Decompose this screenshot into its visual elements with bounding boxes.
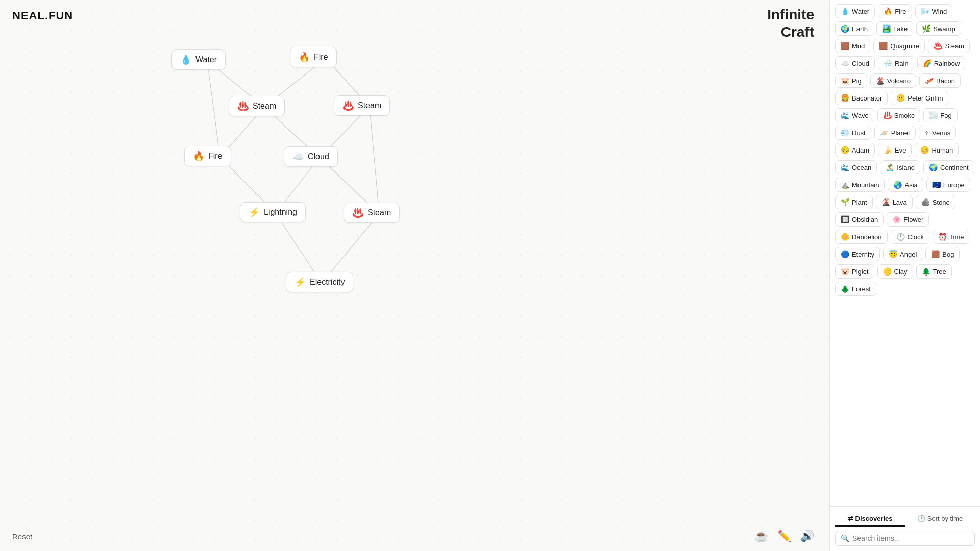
- sidebar-item-dandelion[interactable]: 🌼Dandelion: [835, 230, 888, 244]
- sidebar-label-eve: Eve: [895, 146, 906, 154]
- sidebar-item-cloud[interactable]: ☁️Cloud: [835, 56, 875, 70]
- sidebar-item-human[interactable]: 😊Human: [915, 143, 959, 157]
- sidebar-item-eve[interactable]: 🍌Eve: [878, 143, 912, 157]
- craft-card-electricity-card[interactable]: ⚡Electricity: [286, 272, 353, 292]
- card-emoji-fire-card-2: 🔥: [193, 151, 204, 162]
- sidebar-label-wave: Wave: [852, 112, 869, 119]
- sidebar-emoji-lake: 🏞️: [882, 24, 891, 33]
- sidebar-item-forest[interactable]: 🌲Forest: [835, 282, 876, 296]
- brush-icon[interactable]: ✏️: [777, 530, 791, 543]
- sidebar-emoji-quagmire: 🟫: [879, 42, 888, 50]
- sidebar-item-venus[interactable]: ♀️Venus: [919, 126, 957, 140]
- sidebar-item-obsidian[interactable]: 🔲Obsidian: [835, 212, 884, 227]
- sidebar-item-steam[interactable]: ♨️Steam: [928, 39, 970, 53]
- sidebar-emoji-plant: 🌱: [841, 198, 849, 206]
- sidebar-item-angel[interactable]: 😇Angel: [883, 247, 922, 261]
- sidebar-tab-sort-by-time[interactable]: 🕐Sort by time: [905, 512, 975, 527]
- card-emoji-water-card: 💧: [180, 54, 191, 65]
- craft-card-water-card[interactable]: 💧Water: [172, 49, 226, 70]
- sidebar-item-water[interactable]: 💧Water: [835, 4, 875, 18]
- sidebar-item-bacon[interactable]: 🥓Bacon: [919, 73, 961, 88]
- sidebar-item-fog[interactable]: 🌫️Fog: [923, 108, 957, 122]
- sidebar-item-planet[interactable]: 🪐Planet: [874, 126, 916, 140]
- craft-card-fire-card[interactable]: 🔥Fire: [290, 47, 337, 67]
- sidebar-label-fire: Fire: [895, 8, 906, 15]
- sidebar-item-clock[interactable]: 🕐Clock: [891, 230, 930, 244]
- card-label-steam-card-1: Steam: [253, 102, 276, 111]
- sidebar-item-island[interactable]: 🏝️Island: [880, 160, 920, 174]
- sidebar-item-wind[interactable]: 🌬️Wind: [915, 4, 953, 18]
- sidebar-item-earth[interactable]: 🌍Earth: [835, 21, 873, 36]
- sidebar-item-quagmire[interactable]: 🟫Quagmire: [873, 39, 925, 53]
- sidebar-item-clay[interactable]: 🟡Clay: [877, 264, 913, 279]
- sidebar-item-plant[interactable]: 🌱Plant: [835, 195, 873, 209]
- sidebar-item-rainbow[interactable]: 🌈Rainbow: [917, 56, 966, 70]
- connections-svg: [0, 0, 829, 551]
- card-label-fire-card-2: Fire: [208, 152, 223, 161]
- sidebar-label-earth: Earth: [852, 25, 868, 33]
- sidebar-label-wind: Wind: [932, 8, 947, 15]
- sidebar-item-dust[interactable]: 💨Dust: [835, 126, 871, 140]
- sound-icon[interactable]: 🔊: [800, 530, 814, 543]
- craft-card-lightning-card[interactable]: ⚡Lightning: [240, 202, 306, 222]
- sidebar-item-ocean[interactable]: 🌊Ocean: [835, 160, 877, 174]
- sidebar-label-forest: Forest: [852, 285, 871, 293]
- card-label-electricity-card: Electricity: [310, 278, 345, 287]
- sidebar-item-eternity[interactable]: 🔵Eternity: [835, 247, 880, 261]
- canvas-area[interactable]: NEAL.FUN InfiniteCraft Reset ☕ ✏️ 🔊 💧Wat…: [0, 0, 829, 551]
- sidebar-item-mountain[interactable]: ⛰️Mountain: [835, 178, 885, 192]
- card-label-steam-card-3: Steam: [368, 208, 391, 217]
- sidebar-item-baconator[interactable]: 🍔Baconator: [835, 91, 888, 105]
- sidebar-label-human: Human: [932, 146, 953, 154]
- sidebar-emoji-wind: 🌬️: [921, 7, 929, 15]
- sidebar-item-fire[interactable]: 🔥Fire: [878, 4, 912, 18]
- sidebar-item-tree[interactable]: 🌲Tree: [916, 264, 952, 279]
- sidebar-emoji-forest: 🌲: [841, 285, 849, 293]
- coffee-icon[interactable]: ☕: [754, 530, 768, 543]
- sidebar-emoji-angel: 😇: [889, 250, 897, 258]
- sidebar-item-continent[interactable]: 🌍Continent: [923, 160, 974, 174]
- sidebar-emoji-continent: 🌍: [929, 163, 938, 171]
- sidebar-item-lava[interactable]: 🌋Lava: [876, 195, 913, 209]
- craft-card-steam-card-2[interactable]: ♨️Steam: [334, 95, 390, 116]
- sidebar-item-smoke[interactable]: ♨️Smoke: [877, 108, 920, 122]
- craft-card-cloud-card[interactable]: ☁️Cloud: [284, 146, 338, 167]
- sidebar-label-island: Island: [897, 164, 915, 171]
- sidebar-item-peter-griffin[interactable]: 😐Peter Griffin: [891, 91, 948, 105]
- sidebar-item-lake[interactable]: 🏞️Lake: [876, 21, 913, 36]
- sidebar-label-europe: Europe: [943, 181, 965, 189]
- craft-card-fire-card-2[interactable]: 🔥Fire: [184, 146, 231, 166]
- sidebar-emoji-cloud: ☁️: [841, 59, 849, 67]
- sidebar-item-asia[interactable]: 🌏Asia: [888, 178, 923, 192]
- sidebar-item-flower[interactable]: 🌸Flower: [887, 212, 929, 227]
- sidebar-label-quagmire: Quagmire: [890, 42, 919, 50]
- tab-label-sort-by-time: Sort by time: [927, 515, 963, 522]
- sidebar-emoji-time: ⏰: [938, 233, 947, 241]
- sidebar-item-europe[interactable]: 🇪🇺Europe: [926, 178, 970, 192]
- sidebar-item-adam[interactable]: 😊Adam: [835, 143, 875, 157]
- sidebar-item-piglet[interactable]: 🐷Piglet: [835, 264, 874, 279]
- craft-card-steam-card-1[interactable]: ♨️Steam: [229, 96, 285, 116]
- sidebar-item-mud[interactable]: 🟫Mud: [835, 39, 870, 53]
- sidebar-item-time[interactable]: ⏰Time: [933, 230, 969, 244]
- sidebar-item-rain[interactable]: 🌧️Rain: [878, 56, 914, 70]
- sidebar-item-stone[interactable]: 🪨Stone: [916, 195, 955, 209]
- sidebar-emoji-lava: 🌋: [881, 198, 890, 206]
- sidebar-tab-discoveries[interactable]: ⇄Discoveries: [835, 512, 905, 527]
- sidebar-item-wave[interactable]: 🌊Wave: [835, 108, 874, 122]
- search-input[interactable]: [852, 534, 969, 542]
- sidebar-item-pig[interactable]: 🐷Pig: [835, 73, 867, 88]
- craft-card-steam-card-3[interactable]: ♨️Steam: [344, 203, 400, 223]
- sidebar-emoji-planet: 🪐: [880, 129, 889, 137]
- sidebar-emoji-venus: ♀️: [924, 129, 930, 137]
- sidebar-item-bog[interactable]: 🟫Bog: [925, 247, 960, 261]
- sidebar-item-swamp[interactable]: 🌿Swamp: [916, 21, 961, 36]
- sidebar-label-piglet: Piglet: [852, 268, 869, 276]
- sidebar-label-lava: Lava: [893, 198, 907, 206]
- sidebar-emoji-bacon: 🥓: [925, 77, 934, 85]
- sidebar-label-smoke: Smoke: [894, 112, 915, 119]
- reset-button[interactable]: Reset: [12, 532, 32, 541]
- sidebar-item-volcano[interactable]: 🌋Volcano: [870, 73, 916, 88]
- sidebar-emoji-tree: 🌲: [922, 267, 930, 276]
- sidebar-emoji-clock: 🕐: [896, 233, 905, 241]
